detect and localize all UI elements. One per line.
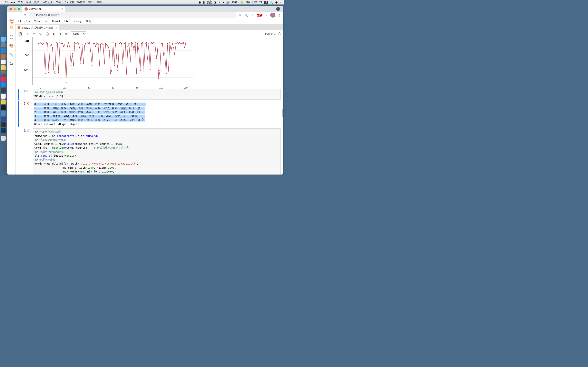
extensions-icon[interactable]: ✦ bbox=[264, 14, 268, 17]
cell-38-input[interactable]: [38]: ## 查看全文的分词结果 TK_df.cutword[0:5] bbox=[18, 89, 281, 100]
macos-menu-bookmarks[interactable]: 书签 bbox=[56, 0, 61, 4]
jlab-menu-help[interactable]: Help bbox=[86, 20, 91, 23]
svg-point-46 bbox=[91, 65, 93, 66]
notebook-tab-active[interactable]: chap11_关联规则与文本挖掘 ✕ bbox=[16, 25, 59, 30]
running-icon[interactable]: ◯ bbox=[9, 34, 13, 39]
site-info-icon[interactable]: ⓘ bbox=[32, 13, 35, 17]
svg-point-19 bbox=[58, 72, 59, 73]
bluetooth-icon[interactable]: ∗ bbox=[218, 1, 221, 4]
stop-button[interactable]: ■ bbox=[59, 32, 62, 35]
window-close[interactable] bbox=[9, 8, 12, 10]
url-field[interactable]: ⓘ localhost:8888/lab bbox=[29, 12, 236, 18]
bookmark-star-icon[interactable]: ☆ bbox=[251, 14, 254, 17]
jlab-menu-kernel[interactable]: Kernel bbox=[52, 20, 60, 23]
spotlight-icon[interactable]: 🔍 bbox=[270, 1, 273, 4]
dock-appstore[interactable] bbox=[1, 82, 6, 87]
cell-39-input[interactable]: [39]: ## 连接切分后的词语 cutwords = np.concaten… bbox=[18, 128, 281, 175]
sync-icon[interactable]: ◑ bbox=[214, 1, 216, 4]
dock-music[interactable] bbox=[1, 77, 6, 82]
macos-menu-profiles[interactable]: 个人资料 bbox=[64, 0, 75, 4]
cut-button[interactable]: ✂ bbox=[32, 32, 36, 35]
zoom-icon[interactable]: 🔍 bbox=[244, 14, 248, 17]
chart-ytick: 1200 bbox=[24, 40, 29, 43]
cell-type-select[interactable]: Code bbox=[71, 31, 86, 36]
dock-notes[interactable] bbox=[1, 65, 6, 70]
translate-icon[interactable]: ⠿ bbox=[238, 14, 242, 17]
tabs-icon[interactable]: 🗂 bbox=[9, 61, 13, 66]
menubar-app[interactable]: Chrome bbox=[5, 1, 15, 4]
tab-overflow-icon[interactable] bbox=[276, 7, 280, 11]
abp-extension-icon[interactable]: ABP bbox=[257, 14, 262, 17]
commands-icon[interactable]: 🎨 bbox=[9, 43, 14, 48]
notification-center-icon[interactable]: ≡ bbox=[280, 1, 281, 4]
wifi-icon[interactable]: ▾ bbox=[223, 1, 224, 4]
ime-indicator[interactable]: 拼 bbox=[264, 1, 268, 4]
output-footer: Name: cutword, dtype: object bbox=[34, 123, 79, 125]
window-maximize[interactable] bbox=[17, 8, 20, 10]
notebook-scroll-area[interactable]: 词语数 1200 1000 800 0 20 40 60 80 100 120 bbox=[16, 37, 283, 175]
dock-chrome[interactable] bbox=[1, 94, 6, 99]
menubar-app-icon[interactable]: ▮ bbox=[203, 1, 205, 4]
run-button[interactable]: ▶ bbox=[52, 32, 56, 35]
tab-close-button[interactable]: ✕ bbox=[61, 8, 63, 10]
svg-point-11 bbox=[48, 72, 49, 73]
scrollbar-thumb[interactable] bbox=[282, 109, 283, 117]
paste-button[interactable]: 📋 bbox=[45, 32, 50, 35]
save-button[interactable]: 💾 bbox=[17, 32, 23, 35]
macos-menu-window[interactable]: 窗口 bbox=[88, 0, 94, 4]
jlab-menu-edit[interactable]: Edit bbox=[26, 20, 30, 23]
dock-terminal[interactable] bbox=[1, 105, 6, 110]
jupyter-logo[interactable] bbox=[9, 19, 14, 24]
jlab-menu-file[interactable]: File bbox=[18, 20, 22, 23]
file-browser-icon[interactable]: 📁 bbox=[9, 25, 14, 30]
insert-cell-button[interactable]: ＋ bbox=[25, 32, 30, 36]
battery-icon[interactable]: 🔋 bbox=[240, 1, 243, 4]
dock-safari[interactable] bbox=[1, 48, 6, 53]
copy-button[interactable]: ⧉ bbox=[39, 32, 42, 35]
dock-monitor[interactable] bbox=[1, 122, 6, 127]
macos-menu-tabs[interactable]: 标签页 bbox=[77, 0, 85, 4]
nav-reload-button[interactable]: ⟳ bbox=[23, 13, 27, 17]
browser-tab-active[interactable]: JupyterLab ✕ bbox=[22, 6, 65, 12]
volume-icon[interactable]: 🔊 bbox=[226, 1, 230, 4]
wrench-icon[interactable]: 🔧 bbox=[9, 52, 14, 57]
macos-menu-history[interactable]: 历史记录 bbox=[42, 0, 53, 4]
macos-menu-view[interactable]: 视图 bbox=[34, 0, 39, 4]
dock-books[interactable] bbox=[1, 54, 6, 59]
macos-menu-help[interactable]: 帮助 bbox=[96, 0, 102, 4]
dock-rstudio[interactable] bbox=[1, 111, 6, 116]
window-minimize[interactable] bbox=[13, 8, 16, 10]
dock-word[interactable] bbox=[1, 117, 6, 122]
dock-sysprefs[interactable] bbox=[1, 88, 6, 93]
jlab-menu-tabs[interactable]: Tabs bbox=[63, 20, 69, 23]
record-icon[interactable]: ◉ bbox=[199, 1, 201, 4]
dock-trash[interactable] bbox=[1, 136, 6, 141]
jlab-menu-settings[interactable]: Settings bbox=[73, 20, 82, 23]
new-tab-button[interactable]: ＋ bbox=[67, 7, 71, 11]
dock-settings[interactable] bbox=[1, 71, 6, 76]
dock-calendar[interactable] bbox=[1, 59, 6, 64]
code-editor[interactable]: ## 连接切分后的词语 cutwords = np.concatenate(TK… bbox=[33, 128, 281, 175]
svg-point-58 bbox=[106, 44, 107, 45]
svg-point-12 bbox=[49, 47, 51, 48]
jlab-menu-view[interactable]: View bbox=[34, 20, 40, 23]
kernel-name[interactable]: Python 3 bbox=[265, 32, 276, 35]
clock[interactable]: 周四 上午11:21 bbox=[245, 1, 262, 4]
dock-finder[interactable] bbox=[1, 37, 6, 42]
chrome-menu-icon[interactable]: ⋮ bbox=[278, 14, 281, 17]
macos-menu-file[interactable]: 文件 bbox=[18, 0, 23, 4]
nav-back-button[interactable]: ← bbox=[9, 13, 14, 17]
profile-avatar[interactable] bbox=[270, 13, 275, 17]
restart-button[interactable]: ⟳ bbox=[64, 32, 68, 35]
notebook-tab-close[interactable]: ✕ bbox=[55, 26, 57, 29]
output-text[interactable]: 0 [滚滚, 长江, 江东, 逝水, 浪花, 英雄, 是非, 是非成败, 成败,… bbox=[33, 101, 281, 127]
code-editor[interactable]: ## 查看全文的分词结果 TK_df.cutword[0:5] bbox=[33, 89, 281, 100]
jlab-menu-run[interactable]: Run bbox=[43, 20, 48, 23]
dock-app[interactable] bbox=[1, 42, 6, 47]
svg-point-72 bbox=[123, 43, 125, 44]
kernel-status-icon[interactable] bbox=[278, 33, 281, 35]
siri-icon[interactable]: ◉ bbox=[275, 1, 278, 4]
dock-qq[interactable] bbox=[1, 100, 6, 104]
dock-app2[interactable] bbox=[1, 128, 6, 133]
macos-menu-edit[interactable]: 编辑 bbox=[26, 0, 31, 4]
